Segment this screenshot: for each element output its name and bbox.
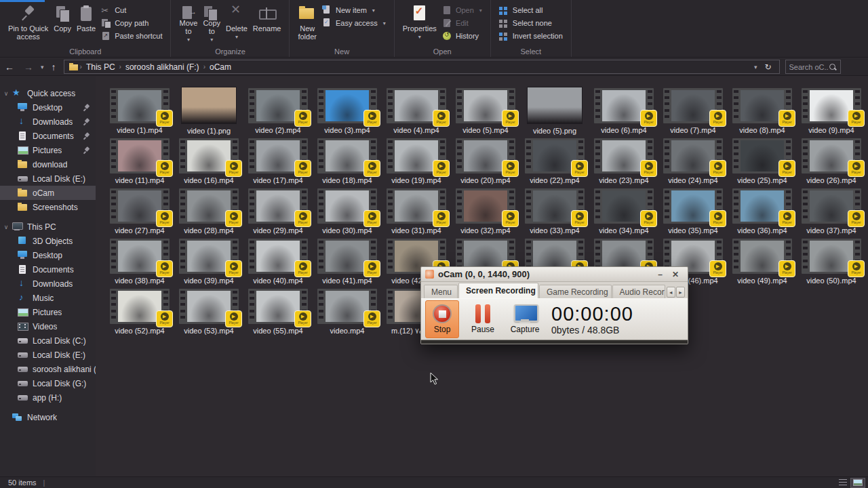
- file-item[interactable]: ▶Playervideo (33).mp4: [520, 188, 589, 239]
- file-item[interactable]: video (5).png: [520, 88, 589, 138]
- file-item[interactable]: ▶Playervideo (11).mp4: [105, 138, 174, 188]
- file-item[interactable]: ▶Playervideo (2).mp4: [243, 88, 313, 138]
- sidebar-item-pictures[interactable]: Pictures: [0, 143, 96, 157]
- back-button[interactable]: ←: [0, 62, 19, 73]
- file-item[interactable]: ▶Playervideo (16).mp4: [174, 138, 243, 188]
- file-item[interactable]: ▶Playervideo (53).mp4: [174, 289, 243, 339]
- capture-button[interactable]: Capture: [508, 300, 542, 338]
- file-item[interactable]: ▶Playervideo (31).mp4: [382, 188, 451, 239]
- sidebar-item-download[interactable]: download: [0, 157, 96, 171]
- recent-locations-chevron-icon[interactable]: ▾: [38, 64, 47, 70]
- file-item[interactable]: ▶Playervideo (9).mp4: [797, 88, 866, 138]
- delete-button[interactable]: Delete ▾: [223, 4, 250, 45]
- sidebar-item-downloads[interactable]: Downloads: [0, 115, 96, 129]
- copy-button[interactable]: Copy: [51, 4, 74, 45]
- sidebar-item-app-h[interactable]: app (H:): [0, 390, 96, 405]
- select-none-button[interactable]: Select none: [499, 18, 563, 28]
- sidebar-item-videos[interactable]: Videos: [0, 319, 96, 333]
- forward-button[interactable]: →: [19, 62, 38, 73]
- file-item[interactable]: ▶Playervideo (20).mp4: [451, 138, 520, 188]
- close-button[interactable]: ✕: [667, 270, 684, 279]
- sidebar-item-desktop[interactable]: Desktop: [0, 100, 96, 115]
- thumbnails-view-button[interactable]: [850, 478, 865, 488]
- file-item[interactable]: ▶Playervideo (8).mp4: [728, 88, 797, 138]
- file-item[interactable]: ▶Playervideo (1).mp4: [105, 88, 174, 138]
- sidebar-item-music[interactable]: Music: [0, 291, 96, 305]
- details-view-button[interactable]: [835, 478, 850, 488]
- sidebar-item-local-disk-c[interactable]: Local Disk (C:): [0, 333, 96, 348]
- sidebar-item-documents[interactable]: Documents: [0, 129, 96, 143]
- breadcrumb-drive-f[interactable]: soroosh alikhani (F:): [121, 62, 203, 72]
- file-item[interactable]: ▶Playervideo (30).mp4: [313, 188, 382, 239]
- file-item[interactable]: ▶Playervideo (18).mp4: [313, 138, 382, 188]
- file-item[interactable]: ▶Playervideo (19).mp4: [382, 138, 451, 188]
- file-item[interactable]: ▶Playervideo (25).mp4: [728, 138, 797, 188]
- easy-access-button[interactable]: Easy access ▾: [322, 18, 386, 28]
- file-item[interactable]: ▶Playervideo (22).mp4: [520, 138, 589, 188]
- file-item[interactable]: ▶Playervideo (4).mp4: [382, 88, 451, 138]
- minimize-button[interactable]: –: [653, 270, 667, 279]
- file-item[interactable]: ▶Playervideo (23).mp4: [589, 138, 658, 188]
- file-item[interactable]: ▶Playervideo (37).mp4: [797, 188, 866, 239]
- address-dropdown-chevron-icon[interactable]: ▾: [751, 64, 760, 70]
- sidebar-item-local-disk-e[interactable]: Local Disk (E:): [0, 171, 96, 186]
- sidebar-item-local-disk-e[interactable]: Local Disk (E:): [0, 348, 96, 362]
- copy-path-button[interactable]: Copy path: [101, 18, 162, 28]
- tab-game-recording[interactable]: Game Recording: [539, 285, 612, 298]
- cut-button[interactable]: Cut: [101, 5, 162, 15]
- file-item[interactable]: ▶Playervideo (50).mp4: [797, 239, 866, 289]
- sidebar-section-this-pc[interactable]: ∨This PC: [0, 220, 96, 234]
- refresh-icon[interactable]: ↻: [760, 62, 776, 72]
- paste-shortcut-button[interactable]: Paste shortcut: [101, 31, 162, 41]
- search-input[interactable]: [789, 63, 829, 71]
- sidebar-item-soroosh-alikhani-f[interactable]: soroosh alikhani (F:): [0, 362, 96, 376]
- breadcrumb-ocam[interactable]: oCam: [205, 62, 235, 72]
- file-item[interactable]: ▶Playervideo (41).mp4: [313, 239, 382, 289]
- pin-to-quick-access-button[interactable]: Pin to Quick access: [5, 4, 51, 45]
- sidebar-item-desktop[interactable]: Desktop: [0, 248, 96, 262]
- pause-button[interactable]: Pause: [466, 300, 500, 338]
- sidebar-section-network[interactable]: Network: [0, 410, 96, 424]
- ocam-window[interactable]: oCam (0, 0, 1440, 900) – ✕ Menu Screen R…: [420, 266, 688, 344]
- file-item[interactable]: ▶Playervideo (6).mp4: [589, 88, 658, 138]
- sidebar-item-documents[interactable]: Documents: [0, 262, 96, 277]
- tab-scroll-right-button[interactable]: ►: [676, 287, 685, 298]
- file-item[interactable]: ▶Playervideo (17).mp4: [243, 138, 313, 188]
- file-item[interactable]: ▶Playervideo (26).mp4: [797, 138, 866, 188]
- tab-audio-recording[interactable]: Audio Recor: [612, 285, 665, 298]
- file-item[interactable]: ▶Playervideo (39).mp4: [174, 239, 243, 289]
- file-item[interactable]: ▶Playervideo (52).mp4: [105, 289, 174, 339]
- sidebar-item-ocam[interactable]: oCam: [0, 186, 96, 200]
- copy-to-button[interactable]: Copy to ▾: [200, 4, 223, 45]
- new-item-button[interactable]: New item ▾: [322, 5, 386, 15]
- file-item[interactable]: ▶Playervideo (29).mp4: [243, 188, 313, 239]
- sidebar-section-quick-access[interactable]: ∨Quick access: [0, 86, 96, 100]
- tab-scroll-left-button[interactable]: ◄: [667, 287, 675, 298]
- file-item[interactable]: ▶Playervideo (55).mp4: [243, 289, 313, 339]
- file-item[interactable]: ▶Playervideo (35).mp4: [658, 188, 728, 239]
- sidebar-item-pictures[interactable]: Pictures: [0, 305, 96, 319]
- file-item[interactable]: ▶Playervideo (49).mp4: [728, 239, 797, 289]
- file-item[interactable]: ▶Playervideo (24).mp4: [658, 138, 728, 188]
- file-item[interactable]: ▶Playervideo (38).mp4: [105, 239, 174, 289]
- file-item[interactable]: ▶Playervideo (3).mp4: [313, 88, 382, 138]
- ocam-title-bar[interactable]: oCam (0, 0, 1440, 900) – ✕: [421, 267, 688, 282]
- address-bar[interactable]: › This PC › soroosh alikhani (F:) › oCam…: [64, 60, 780, 74]
- search-box[interactable]: [785, 60, 841, 74]
- file-item[interactable]: ▶Playervideo (5).mp4: [451, 88, 520, 138]
- select-all-button[interactable]: Select all: [499, 5, 563, 15]
- file-item[interactable]: ▶Playervideo (40).mp4: [243, 239, 313, 289]
- file-item[interactable]: ▶Playervideo (27).mp4: [105, 188, 174, 239]
- new-folder-button[interactable]: New folder: [295, 4, 319, 45]
- tab-screen-recording[interactable]: Screen Recording: [458, 283, 538, 298]
- sidebar-item-3d-objects[interactable]: 3D Objects: [0, 234, 96, 248]
- paste-button[interactable]: Paste: [74, 4, 98, 45]
- sidebar-item-local-disk-g[interactable]: Local Disk (G:): [0, 376, 96, 390]
- sidebar-item-screenshots[interactable]: Screenshots: [0, 200, 96, 214]
- file-item[interactable]: ▶Playervideo (7).mp4: [658, 88, 728, 138]
- open-button[interactable]: Open ▾: [442, 5, 482, 15]
- properties-button[interactable]: Properties ▾: [400, 4, 439, 45]
- edit-button[interactable]: Edit: [442, 18, 482, 28]
- file-item[interactable]: ▶Playervideo (36).mp4: [728, 188, 797, 239]
- sidebar-item-downloads[interactable]: Downloads: [0, 277, 96, 291]
